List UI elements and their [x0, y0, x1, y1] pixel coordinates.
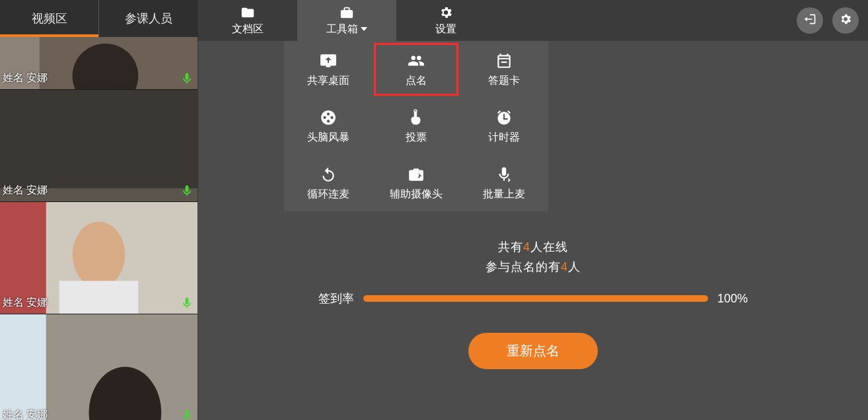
screen-share-icon [320, 52, 337, 70]
progress-label: 签到率 [318, 291, 354, 306]
tool-label: 批量上麦 [483, 188, 525, 201]
tool-label: 辅助摄像头 [390, 188, 443, 201]
sidebar-tab-video[interactable]: 视频区 [0, 0, 98, 37]
exit-icon [803, 13, 816, 28]
sidebar-tab-label: 参课人员 [125, 11, 172, 26]
rollcall-panel: 共有4人在线 参与点名的有4人 签到率 100% 重新点名 [318, 239, 748, 369]
tool-label: 循环连麦 [307, 188, 349, 201]
svg-rect-10 [0, 314, 46, 420]
tool-rollcall[interactable]: 点名 [372, 41, 460, 98]
mic-on-icon [180, 184, 194, 197]
gear-icon [439, 5, 453, 20]
video-cell[interactable]: 姓名 安娜 [0, 314, 198, 420]
mic-on-icon [180, 72, 194, 85]
tool-label: 点名 [406, 74, 427, 88]
tool-bulk-mic[interactable]: 批量上麦 [460, 155, 548, 211]
tool-label: 投票 [406, 131, 427, 145]
participant-name: 姓名 安娜 [3, 71, 48, 85]
video-cell[interactable]: 姓名 安娜 [0, 90, 198, 202]
tool-label: 计时器 [488, 131, 520, 145]
tool-timer[interactable]: 计时器 [460, 98, 548, 155]
toolbar-label: 文档区 [232, 22, 264, 36]
svg-point-6 [73, 222, 126, 287]
mic-on-icon [180, 297, 194, 310]
tool-aux-camera[interactable]: 辅助摄像头 [372, 155, 460, 211]
toolbar-docs[interactable]: 文档区 [198, 0, 297, 41]
rollcall-participated-line: 参与点名的有4人 [486, 259, 581, 275]
toolbar-label: 设置 [435, 22, 456, 36]
sidebar: 视频区 参课人员 姓名 安娜 [0, 0, 198, 420]
tool-brainstorm[interactable]: 头脑风暴 [284, 98, 372, 155]
calendar-icon [495, 52, 513, 70]
participant-name: 姓名 安娜 [3, 184, 48, 197]
mic-bulk-icon [495, 165, 513, 184]
toolbar-tools[interactable]: 工具箱 [297, 0, 396, 41]
rollcall-online-line: 共有4人在线 [498, 239, 568, 255]
video-thumbnail [0, 314, 198, 420]
tool-label: 共享桌面 [307, 74, 349, 88]
participant-name: 姓名 安娜 [3, 408, 48, 420]
sidebar-tab-label: 视频区 [32, 11, 67, 26]
alarm-icon [495, 108, 513, 127]
camera-plus-icon [408, 165, 425, 184]
video-list: 姓名 安娜 姓名 安娜 [0, 37, 198, 420]
tool-dropdown: 共享桌面 点名 答题卡 头脑风暴 投票 计时器 [284, 41, 548, 211]
folder-icon [240, 5, 255, 20]
tool-answer-card[interactable]: 答题卡 [460, 41, 548, 98]
tool-share-desktop[interactable]: 共享桌面 [284, 41, 372, 98]
gear-icon [839, 13, 852, 28]
progress-bar [363, 295, 708, 302]
toolbar-label: 工具箱 [326, 22, 358, 36]
participant-name: 姓名 安娜 [3, 296, 48, 310]
people-icon [408, 52, 425, 70]
toolbar-settings[interactable]: 设置 [396, 0, 495, 41]
mic-on-icon [180, 409, 194, 420]
tool-label: 答题卡 [488, 74, 520, 88]
hand-tap-icon [408, 108, 425, 127]
settings-round-button[interactable] [832, 7, 859, 34]
video-cell[interactable]: 姓名 安娜 [0, 37, 198, 90]
video-cell[interactable]: 姓名 安娜 [0, 202, 198, 314]
main-area: 文档区 工具箱 设置 [198, 0, 868, 420]
rollcall-progress-row: 签到率 100% [318, 291, 748, 306]
tool-loop-mic[interactable]: 循环连麦 [284, 155, 372, 211]
tool-label: 头脑风暴 [307, 131, 349, 145]
toolbox-icon [340, 5, 354, 20]
progress-percent: 100% [717, 292, 748, 306]
sidebar-tab-participants[interactable]: 参课人员 [99, 0, 198, 37]
refresh-icon [320, 165, 337, 184]
svg-rect-7 [59, 281, 139, 314]
exit-button[interactable] [797, 7, 823, 34]
sidebar-tabs: 视频区 参课人员 [0, 0, 198, 37]
retake-rollcall-button[interactable]: 重新点名 [468, 333, 598, 369]
film-icon [320, 108, 337, 127]
chevron-down-icon [361, 27, 367, 31]
top-toolbar: 文档区 工具箱 设置 [198, 0, 868, 41]
tool-vote[interactable]: 投票 [372, 98, 460, 155]
